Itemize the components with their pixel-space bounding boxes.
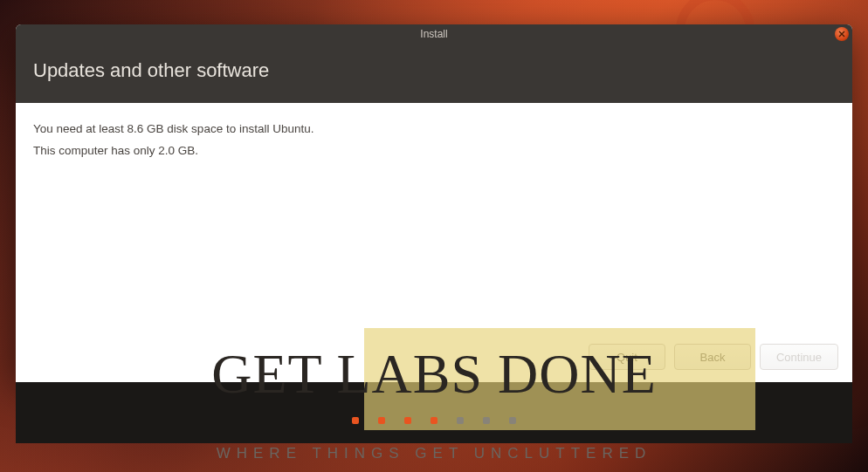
continue-button: Continue bbox=[760, 344, 838, 370]
page-dot bbox=[352, 417, 359, 424]
watermark-subtitle: WHERE THINGS GET UNCLUTTERED bbox=[217, 445, 652, 462]
page-dot bbox=[509, 417, 516, 424]
page-dot bbox=[457, 417, 464, 424]
installer-header: Updates and other software bbox=[16, 44, 852, 103]
page-indicator bbox=[352, 417, 516, 424]
page-dot bbox=[483, 417, 490, 424]
disk-space-required-text: You need at least 8.6 GB disk space to i… bbox=[33, 119, 835, 140]
close-button[interactable] bbox=[835, 27, 849, 41]
close-icon bbox=[838, 31, 845, 38]
watermark-title: GET LABS DONE bbox=[211, 342, 657, 407]
disk-space-available-text: This computer has only 2.0 GB. bbox=[33, 140, 835, 162]
window-title: Install bbox=[420, 28, 447, 40]
page-heading: Updates and other software bbox=[33, 59, 269, 81]
page-dot bbox=[431, 417, 437, 424]
page-dot bbox=[378, 417, 385, 424]
window-titlebar: Install bbox=[16, 24, 852, 44]
page-dot bbox=[404, 417, 411, 424]
